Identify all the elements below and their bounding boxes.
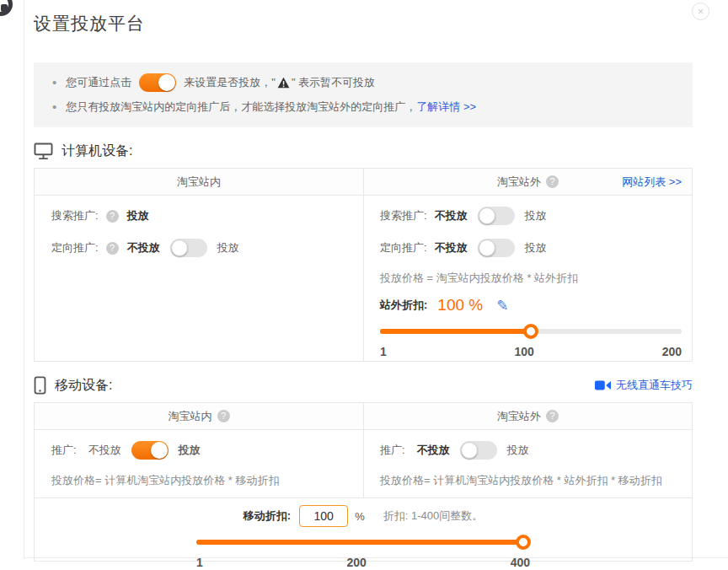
percent-unit: % [355, 510, 365, 523]
offsite-targeted-row: 定向推广: 不投放 投放 [380, 238, 682, 258]
offsite-discount-slider [380, 324, 682, 339]
offsite-price-formula: 投放价格 = 淘宝站内投放价格 * 站外折扣 [380, 270, 682, 287]
row-label: 定向推广: [51, 240, 99, 255]
learn-more-link[interactable]: 了解详情 >> [416, 97, 476, 117]
off-label: 不投放 [127, 240, 160, 255]
row-label: 搜索推广: [51, 208, 99, 223]
mobile-onsite-toggle[interactable] [131, 441, 169, 460]
page: × 设置投放平台 • 您可通过点击 来设置是否投放，" " 表示暂不可投放 • … [0, 0, 728, 570]
row-label: 定向推广: [380, 240, 427, 255]
onsite-targeted-row: 定向推广: ? 不投放 投放 [51, 238, 353, 258]
mobile-onsite-promo-row: 推广: 不投放 投放 [51, 440, 353, 460]
header-taobao-onsite: 淘宝站内 [35, 169, 363, 195]
header-taobao-offsite: 淘宝站外? [363, 403, 692, 429]
header-taobao-onsite: 淘宝站内? [35, 403, 363, 429]
onsite-search-row: 搜索推广: ? 投放 [51, 206, 353, 226]
slider-handle[interactable] [523, 324, 538, 339]
notice-text: " 表示暂不可投放 [292, 73, 375, 93]
monitor-icon [34, 142, 53, 160]
mobile-discount-row: 移动折扣: % 折扣: 1-400间整数。 [35, 505, 692, 527]
on-label: 投放 [217, 240, 239, 255]
computer-section-header: 计算机设备: [34, 141, 693, 161]
slider-fill [196, 540, 523, 545]
row-label: 推广: [380, 443, 405, 458]
video-camera-icon [595, 380, 611, 390]
offsite-search-row: 搜索推广: 不投放 投放 [380, 206, 682, 226]
mobile-discount-slider [196, 535, 530, 550]
onsite-targeted-toggle[interactable] [170, 239, 207, 257]
close-icon[interactable]: × [692, 3, 709, 20]
notice-text: 您只有投放淘宝站内的定向推广后，才能选择投放淘宝站外的定向推广， [66, 97, 416, 117]
help-icon[interactable]: ? [106, 242, 119, 255]
notice-box: • 您可通过点击 来设置是否投放，" " 表示暂不可投放 • 您只有投放淘宝站内… [34, 62, 693, 127]
help-icon[interactable]: ? [217, 410, 230, 422]
tick-max: 200 [662, 345, 682, 358]
off-label: 不投放 [88, 443, 121, 458]
on-label: 投放 [507, 443, 529, 458]
computer-onsite-cell: 搜索推广: ? 投放 定向推广: ? 不投放 投放 [35, 196, 363, 361]
tick-mid: 200 [347, 556, 367, 569]
notice-text: 您可通过点击 [66, 73, 131, 93]
on-label: 投放 [525, 208, 547, 223]
mobile-offsite-formula: 投放价格= 计算机淘宝站内投放价格 * 站外折扣 * 移动折扣 [380, 472, 682, 489]
toggle-knob [461, 442, 478, 459]
page-title: 设置投放平台 [34, 12, 693, 35]
help-icon[interactable]: ? [546, 175, 559, 188]
demo-toggle[interactable] [139, 73, 176, 92]
mobile-section-header: 移动设备: 无线直通车技巧 [34, 375, 693, 395]
row-label: 搜索推广: [380, 208, 427, 223]
on-label: 投放 [179, 443, 201, 458]
tick-mid: 100 [515, 345, 534, 358]
tips-link-label: 无线直通车技巧 [616, 378, 693, 393]
offsite-search-toggle[interactable] [478, 207, 515, 225]
header-label: 淘宝站外 [497, 410, 541, 422]
warning-icon [277, 77, 290, 89]
on-label: 投放 [525, 240, 547, 255]
row-value: 投放 [127, 208, 149, 223]
off-label: 不投放 [417, 443, 450, 458]
toggle-knob [479, 239, 495, 256]
slider-ticks: 1 200 400 [196, 556, 530, 569]
header-taobao-offsite: 淘宝站外? 网站列表 >> [363, 169, 692, 195]
header-label: 淘宝站外 [497, 175, 541, 188]
mobile-table: 淘宝站内? 淘宝站外? 推广: 不投放 投放 投放价格= 计算机淘宝站内投放价格… [34, 402, 693, 562]
bullet-icon: • [52, 97, 56, 117]
help-icon[interactable]: ? [546, 410, 559, 422]
setup-platform-dialog: × 设置投放平台 • 您可通过点击 来设置是否投放，" " 表示暂不可投放 • … [24, 0, 728, 558]
discount-label: 站外折扣: [380, 298, 427, 313]
edit-pencil-icon[interactable]: ✎ [496, 298, 508, 313]
mobile-onsite-formula: 投放价格= 计算机淘宝站内投放价格 * 移动折扣 [51, 472, 353, 489]
mobile-offsite-toggle[interactable] [460, 441, 497, 460]
slider-handle[interactable] [516, 535, 531, 550]
bullet-icon: • [52, 73, 56, 93]
mobile-slider-wrap: 1 200 400 [196, 535, 530, 569]
offsite-targeted-toggle[interactable] [478, 239, 515, 257]
toggle-knob [158, 74, 175, 91]
slider-fill [380, 329, 531, 334]
help-bubble-icon[interactable] [0, 0, 13, 16]
computer-offsite-cell: 搜索推广: 不投放 投放 定向推广: 不投放 投放 投放价格 = 淘宝站内投放价… [363, 196, 692, 361]
computer-table: 淘宝站内 淘宝站外? 网站列表 >> 搜索推广: ? 投放 定向推广: ? [34, 168, 693, 362]
mobile-discount-input[interactable] [299, 505, 348, 527]
toggle-knob [479, 207, 495, 224]
website-list-link[interactable]: 网站列表 >> [622, 169, 682, 195]
off-label: 不投放 [435, 240, 468, 255]
toggle-knob [151, 442, 168, 459]
tick-min: 1 [196, 556, 203, 569]
computer-table-body: 搜索推广: ? 投放 定向推广: ? 不投放 投放 搜索推广: [35, 196, 692, 361]
mobile-table-body: 推广: 不投放 投放 投放价格= 计算机淘宝站内投放价格 * 移动折扣 推广: … [35, 430, 692, 497]
mobile-offsite-promo-row: 推广: 不投放 投放 [380, 440, 682, 460]
tick-min: 1 [380, 345, 387, 358]
help-icon[interactable]: ? [106, 210, 119, 223]
wireless-tips-link[interactable]: 无线直通车技巧 [595, 378, 693, 393]
offsite-discount-row: 站外折扣: 100 % ✎ [380, 294, 682, 316]
off-label: 不投放 [435, 208, 468, 223]
slider-ticks: 1 100 200 [380, 345, 682, 358]
row-label: 推广: [51, 443, 77, 458]
mobile-discount-section: 移动折扣: % 折扣: 1-400间整数。 1 200 400 [35, 497, 692, 561]
header-label: 淘宝站内 [177, 175, 221, 188]
computer-table-header: 淘宝站内 淘宝站外? 网站列表 >> [35, 169, 692, 196]
computer-section-label: 计算机设备: [62, 142, 132, 160]
mobile-table-header: 淘宝站内? 淘宝站外? [35, 403, 692, 430]
notice-line-1: • 您可通过点击 来设置是否投放，" " 表示暂不可投放 [52, 73, 684, 93]
